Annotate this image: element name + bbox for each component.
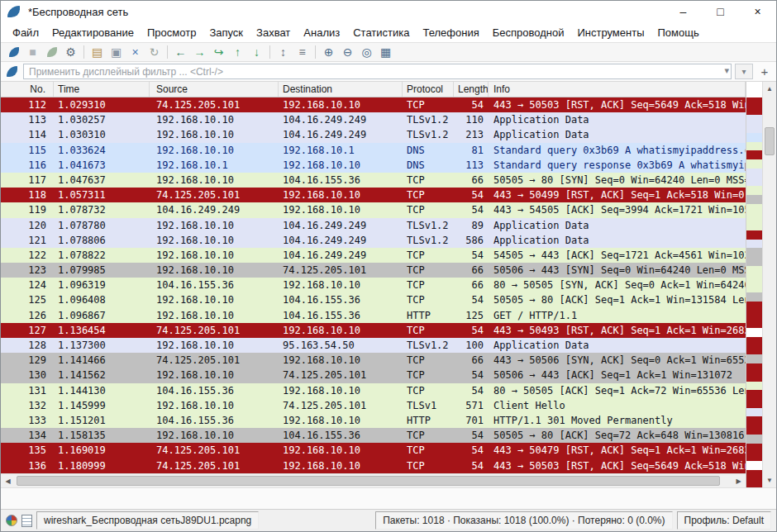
filter-bookmark-icon[interactable] [7,66,17,77]
minimap-stripe [746,328,762,337]
horizontal-scrollbar[interactable]: ◀ ▶ [1,473,746,487]
capture-options-icon[interactable]: ⚙ [61,44,80,61]
column-header-source[interactable]: Source [150,82,279,97]
menu-file[interactable]: Файл [6,24,45,41]
packet-row[interactable]: 1311.144130104.16.155.36192.168.10.10TCP… [1,383,746,398]
cell-time: 1.158135 [54,428,150,443]
expert-info-icon[interactable] [6,515,17,526]
packet-row[interactable]: 1181.05731174.125.205.101192.168.10.10TC… [1,188,746,202]
menu-tools[interactable]: Инструменты [570,24,651,41]
cell-length: 110 [454,112,489,127]
add-filter-button[interactable]: + [756,64,773,79]
resize-columns-icon[interactable]: ▦ [376,44,395,61]
restart-capture-icon[interactable] [42,44,61,61]
capture-comment-icon[interactable] [21,515,32,527]
vertical-scrollbar[interactable]: ▲ ▼ [762,82,776,487]
zoom-in-icon[interactable]: ⊕ [319,44,338,61]
menu-wireless[interactable]: Беспроводной [486,24,571,41]
column-header-no[interactable]: No. [1,82,54,97]
packet-row[interactable]: 1271.13645474.125.205.101192.168.10.10TC… [1,323,746,338]
close-file-icon[interactable]: × [126,44,145,61]
packet-row[interactable]: 1241.096319104.16.155.36192.168.10.10TCP… [1,278,746,292]
go-last-icon[interactable]: ↓ [247,44,266,61]
zoom-out-icon[interactable]: ⊖ [338,44,357,61]
menu-go[interactable]: Запуск [203,24,250,41]
packet-row[interactable]: 1201.078780192.168.10.10104.16.249.249TL… [1,218,746,233]
packet-row[interactable]: 1211.078806192.168.10.10104.16.249.249TL… [1,233,746,248]
save-file-icon[interactable]: ▣ [107,44,126,61]
vertical-scroll-track[interactable] [763,96,776,473]
horizontal-scroll-thumb[interactable] [17,476,720,486]
cell-length: 586 [454,233,489,248]
packet-row[interactable]: 1361.18099974.125.205.101192.168.10.10TC… [1,458,746,473]
go-forward-icon[interactable]: → [190,44,209,61]
menu-edit[interactable]: Редактирование [45,24,141,41]
menu-capture[interactable]: Захват [250,24,297,41]
zoom-reset-icon[interactable]: ◎ [357,44,376,61]
scroll-right-icon[interactable]: ▶ [732,474,746,487]
reload-file-icon[interactable]: ↻ [145,44,164,61]
packet-row[interactable]: 1131.030257192.168.10.10104.16.249.249TL… [1,112,746,127]
filter-expression-combo[interactable]: ▾ [735,64,753,79]
cell-no: 114 [1,127,54,142]
packet-row[interactable]: 1351.16901974.125.205.101192.168.10.10TC… [1,443,746,458]
packet-row[interactable]: 1331.151201104.16.155.36192.168.10.10HTT… [1,413,746,428]
packet-row[interactable]: 1191.078732104.16.249.249192.168.10.10TC… [1,202,746,217]
cell-protocol: TCP [403,383,454,398]
go-to-packet-icon[interactable]: ↪ [209,44,228,61]
stop-capture-icon[interactable]: ■ [23,44,42,61]
menu-telephony[interactable]: Телефония [416,24,485,41]
packet-row[interactable]: 1231.079985192.168.10.1074.125.205.101TC… [1,263,746,278]
column-header-time[interactable]: Time [54,82,150,97]
auto-scroll-icon[interactable]: ↕ [274,44,293,61]
cell-protocol: TCP [403,173,454,188]
minimap-stripe [746,461,762,470]
cell-time: 1.033624 [54,143,150,158]
packet-row[interactable]: 1291.14146674.125.205.101192.168.10.10TC… [1,353,746,368]
close-button[interactable]: × [739,1,776,22]
scroll-up-icon[interactable]: ▲ [763,82,776,96]
go-first-icon[interactable]: ↑ [228,44,247,61]
packet-row[interactable]: 1301.141562192.168.10.1074.125.205.101TC… [1,368,746,382]
packet-row[interactable]: 1261.096867192.168.10.10104.16.155.36HTT… [1,308,746,323]
packet-row[interactable]: 1121.02931074.125.205.101192.168.10.10TC… [1,97,746,112]
horizontal-scroll-track[interactable] [15,474,732,487]
packet-row[interactable]: 1321.145999192.168.10.1074.125.205.101TL… [1,398,746,413]
column-header-protocol[interactable]: Protocol [403,82,454,97]
minimize-button[interactable]: – [665,1,702,22]
packet-row[interactable]: 1221.078822192.168.10.10104.16.249.249TC… [1,248,746,263]
display-filter-input[interactable] [23,64,732,79]
colorize-icon[interactable]: ≡ [293,44,312,61]
scroll-left-icon[interactable]: ◀ [1,474,15,487]
column-header-info[interactable]: Info [489,82,746,97]
packet-table-header: No.TimeSourceDestinationProtocolLengthIn… [1,82,746,97]
packet-row[interactable]: 1281.137300192.168.10.1095.163.54.50TLSv… [1,338,746,353]
maximize-button[interactable]: □ [702,1,739,22]
scroll-down-icon[interactable]: ▼ [763,473,776,487]
column-header-destination[interactable]: Destination [279,82,403,97]
go-back-icon[interactable]: ← [171,44,190,61]
menu-help[interactable]: Помощь [651,24,706,41]
menu-view[interactable]: Просмотр [141,24,203,41]
menu-analyze[interactable]: Анализ [297,24,346,41]
filter-dropdown-icon[interactable]: ▾ [724,65,729,76]
cell-length: 54 [454,428,489,443]
cell-no: 119 [1,202,54,217]
cell-time: 1.169019 [54,443,150,458]
packet-minimap[interactable] [746,82,762,487]
packet-row[interactable]: 1171.047637192.168.10.10104.16.155.36TCP… [1,173,746,188]
menu-statistics[interactable]: Статистика [346,24,416,41]
column-header-length[interactable]: Length [454,82,489,97]
minimap-stripe [746,257,762,266]
cell-no: 136 [1,458,54,473]
packet-row[interactable]: 1251.096408192.168.10.10104.16.155.36TCP… [1,292,746,307]
vertical-scroll-thumb[interactable] [765,127,775,155]
open-file-icon[interactable]: ▤ [88,44,107,61]
start-capture-icon[interactable] [4,44,23,61]
packet-row[interactable]: 1151.033624192.168.10.10192.168.10.1DNS8… [1,143,746,158]
profile-indicator[interactable]: Профиль: Default [677,511,772,530]
packet-row[interactable]: 1141.030310192.168.10.10104.16.249.249TL… [1,127,746,142]
minimap-stripe [746,266,762,275]
packet-row[interactable]: 1341.158135192.168.10.10104.16.155.36TCP… [1,428,746,443]
packet-row[interactable]: 1161.041673192.168.10.1192.168.10.10DNS1… [1,158,746,173]
